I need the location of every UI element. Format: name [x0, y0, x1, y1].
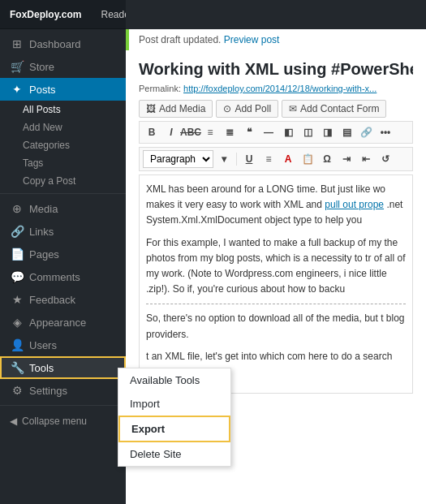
settings-icon: ⚙ [10, 384, 24, 397]
add-media-icon: 🖼 [146, 103, 156, 114]
collapse-arrow-icon: ◀ [10, 416, 17, 427]
dropdown-item-delete-site[interactable]: Delete Site [118, 442, 230, 466]
links-icon: 🔗 [10, 225, 24, 238]
chevron-down-icon[interactable]: ▾ [215, 151, 233, 167]
tools-dropdown-menu: Available Tools Import Export Delete Sit… [118, 368, 231, 467]
paragraph-select[interactable]: Paragraph Heading 1 Heading 2 [143, 150, 213, 168]
add-contact-form-label: Add Contact Form [300, 103, 379, 114]
reader-label[interactable]: Reader [101, 9, 126, 20]
indent-button[interactable]: ⇥ [338, 151, 355, 167]
sidebar-item-comments[interactable]: 💬 Comments [0, 265, 126, 288]
sidebar-item-label: Links [29, 226, 54, 238]
dropdown-item-export[interactable]: Export [118, 416, 230, 442]
align-center-button[interactable]: ◫ [299, 124, 316, 140]
bold-button[interactable]: B [143, 124, 161, 140]
more-button[interactable]: ••• [377, 124, 394, 140]
italic-button[interactable]: I [162, 124, 180, 140]
permalink-url[interactable]: http://foxdeploy.com/2014/12/18/working-… [183, 84, 377, 93]
post-notice-text: Post draft updated. [139, 34, 221, 45]
ol-button[interactable]: ≣ [221, 124, 239, 140]
tools-icon: 🔧 [10, 361, 24, 374]
editor-content-area[interactable]: XML has been around for a LONG time. But… [139, 174, 413, 394]
align-left-button[interactable]: ◧ [279, 124, 297, 140]
sidebar-header: FoxDeploy.com Reader ▁▂▃▄▅▃▂▃▄▅▄▃▂▁▂▃ [0, 0, 126, 29]
blockquote-button[interactable]: ❝ [240, 124, 258, 140]
sidebar-item-appearance[interactable]: ◈ Appearance [0, 311, 126, 334]
hr-button[interactable]: — [260, 124, 278, 140]
align-right-button[interactable]: ◨ [318, 124, 336, 140]
site-logo[interactable]: FoxDeploy.com [10, 9, 81, 20]
feedback-icon: ★ [10, 293, 24, 306]
preview-post-link[interactable]: Preview post [224, 34, 280, 45]
sidebar-item-label: Comments [29, 271, 80, 283]
dashboard-icon: ⊞ [10, 37, 24, 50]
sidebar-item-label: Store [29, 61, 54, 73]
omega-button[interactable]: Ω [318, 151, 336, 167]
sidebar-subitem-add-new[interactable]: Add New [0, 118, 126, 136]
store-icon: 🛒 [10, 60, 24, 73]
justify-button[interactable]: ▤ [338, 124, 355, 140]
color-button[interactable]: A [279, 151, 297, 167]
add-poll-button[interactable]: ⊙ Add Poll [216, 100, 278, 118]
undo-button[interactable]: ↺ [377, 151, 394, 167]
media-icon: ⊕ [10, 202, 24, 215]
fmt-sep [236, 153, 237, 166]
sidebar-item-label: Pages [29, 248, 59, 261]
underline-button[interactable]: U [240, 151, 258, 167]
add-poll-label: Add Poll [235, 103, 271, 114]
add-media-button[interactable]: 🖼 Add Media [139, 100, 213, 118]
editor-divider [146, 304, 406, 304]
sidebar-item-dashboard[interactable]: ⊞ Dashboard [0, 32, 126, 55]
pull-out-link[interactable]: pull out prope [325, 199, 384, 210]
strikethrough-button[interactable]: ABC [182, 124, 200, 140]
nav-separator-1 [0, 193, 126, 194]
permalink-label: Permalink: [139, 84, 181, 93]
format-toolbar-row1: B I ABC ≡ ≣ ❝ — ◧ ◫ ◨ ▤ 🔗 ••• [139, 121, 413, 144]
admin-bar [126, 0, 426, 29]
sidebar-item-label: Feedback [29, 294, 75, 306]
paste-button[interactable]: 📋 [299, 151, 316, 167]
sidebar-item-feedback[interactable]: ★ Feedback [0, 288, 126, 311]
sidebar-item-users[interactable]: 👤 Users [0, 334, 126, 356]
nav-separator-2 [0, 405, 126, 406]
post-title[interactable]: Working with XML using #PowerShell [139, 60, 413, 79]
editor-paragraph-3: So, there's no option to download all of… [146, 311, 406, 342]
editor-paragraph-1: XML has been around for a LONG time. But… [146, 182, 406, 229]
sidebar-item-label: Appearance [29, 317, 86, 329]
users-icon: 👤 [10, 338, 24, 351]
outdent-button[interactable]: ⇤ [357, 151, 375, 167]
editor-paragraph-2: For this example, I wanted to make a ful… [146, 235, 406, 298]
link-button[interactable]: 🔗 [357, 124, 375, 140]
sidebar-item-posts[interactable]: ✦ Posts [0, 78, 126, 101]
ul-button[interactable]: ≡ [201, 124, 219, 140]
sidebar-item-store[interactable]: 🛒 Store [0, 55, 126, 78]
sidebar-item-label: Tools [29, 362, 54, 374]
sidebar-item-pages[interactable]: 📄 Pages [0, 243, 126, 265]
editor-toolbar: 🖼 Add Media ⊙ Add Poll ✉ Add Contact For… [139, 100, 413, 118]
sidebar-subitem-tags[interactable]: Tags [0, 154, 126, 172]
sidebar: FoxDeploy.com Reader ▁▂▃▄▅▃▂▃▄▅▄▃▂▁▂▃ ⊞ … [0, 0, 126, 504]
add-poll-icon: ⊙ [223, 103, 231, 114]
sidebar-item-label: Users [29, 339, 57, 351]
sidebar-item-media[interactable]: ⊕ Media [0, 197, 126, 220]
sidebar-subitem-categories[interactable]: Categories [0, 136, 126, 154]
dropdown-item-available-tools[interactable]: Available Tools [118, 368, 230, 392]
posts-icon: ✦ [10, 83, 24, 96]
add-contact-form-button[interactable]: ✉ Add Contact Form [282, 100, 386, 118]
sidebar-item-label: Media [29, 203, 58, 215]
add-media-label: Add Media [159, 103, 205, 114]
collapse-menu-label: Collapse menu [22, 416, 87, 427]
sidebar-item-settings[interactable]: ⚙ Settings [0, 379, 126, 402]
justify2-button[interactable]: ≡ [260, 151, 278, 167]
collapse-menu-button[interactable]: ◀ Collapse menu [0, 409, 126, 433]
add-contact-form-icon: ✉ [289, 103, 297, 114]
sidebar-subitem-copy-post[interactable]: Copy a Post [0, 172, 126, 190]
pages-icon: 📄 [10, 248, 24, 261]
sidebar-item-links[interactable]: 🔗 Links [0, 220, 126, 243]
post-notice: Post draft updated. Preview post [126, 29, 426, 50]
sidebar-nav: ⊞ Dashboard 🛒 Store ✦ Posts All Posts Ad… [0, 29, 126, 437]
sidebar-item-tools[interactable]: 🔧 Tools [0, 356, 126, 379]
comments-icon: 💬 [10, 270, 24, 283]
sidebar-subitem-all-posts[interactable]: All Posts [0, 101, 126, 118]
dropdown-item-import[interactable]: Import [118, 392, 230, 416]
